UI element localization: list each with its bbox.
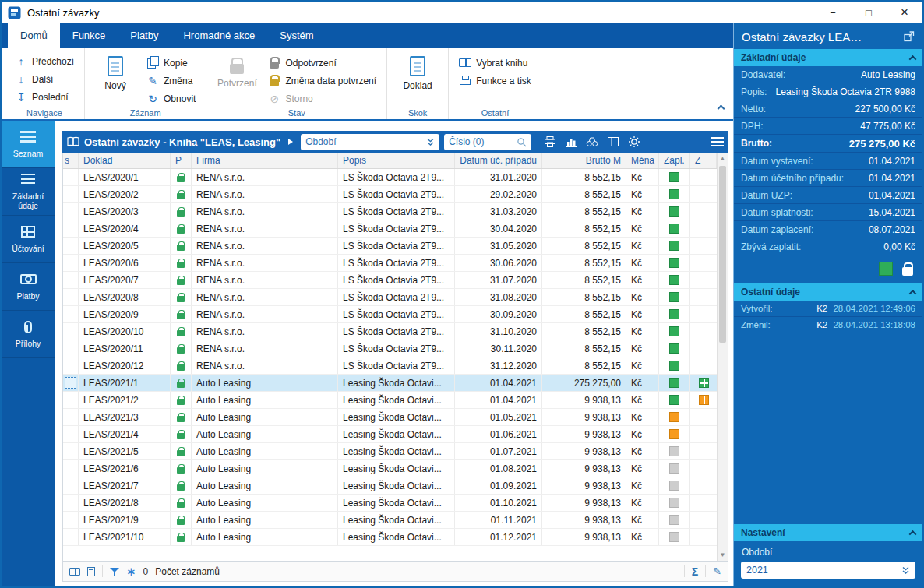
row-selector-cell[interactable] <box>63 495 79 511</box>
column-header[interactable]: Doklad <box>79 153 171 168</box>
scroll-up-arrow[interactable]: ▲ <box>718 153 728 164</box>
table-row[interactable]: LEAS/2021/4 Auto Leasing Leasing Škoda O… <box>63 426 717 443</box>
unconfirm-button[interactable]: Odpotvrzení <box>266 55 379 70</box>
period-filter-combo[interactable]: Období <box>301 134 439 150</box>
table-row[interactable]: LEAS/2021/1 Auto Leasing Leasing Škoda O… <box>63 375 717 392</box>
sum-icon[interactable]: Σ <box>692 565 698 578</box>
binoculars-icon[interactable] <box>586 136 598 148</box>
table-row[interactable]: LEAS/2021/5 Auto Leasing Leasing Škoda O… <box>63 443 717 460</box>
row-selector-cell[interactable] <box>63 357 79 374</box>
scrollbar-thumb[interactable] <box>719 166 726 343</box>
change-confirm-date-button[interactable]: Změna data potvrzení <box>266 73 379 88</box>
table-row[interactable]: LEAS/2020/11 RENA s.r.o. LS Škoda Octavi… <box>63 340 717 357</box>
view-book-icon[interactable] <box>69 568 80 576</box>
sidebar-item[interactable]: Seznam <box>2 121 55 168</box>
row-selector-cell[interactable] <box>63 529 79 545</box>
minimize-button[interactable]: − <box>815 2 851 23</box>
refresh-button[interactable]: ↻Obnovit <box>144 91 198 106</box>
column-header[interactable]: Popis <box>338 153 455 168</box>
ribbon-tab[interactable]: Systém <box>267 23 326 48</box>
column-header[interactable]: Datum úč. případu <box>455 153 542 168</box>
table-row[interactable]: LEAS/2020/3 RENA s.r.o. LS Škoda Octavia… <box>63 203 717 220</box>
sidebar-item[interactable]: Základní údaje <box>2 168 55 216</box>
row-selector-cell[interactable] <box>63 340 79 357</box>
open-in-window-icon[interactable] <box>903 30 915 42</box>
columns-icon[interactable] <box>607 136 619 148</box>
column-header[interactable]: Zapl. <box>659 153 690 168</box>
table-row[interactable]: LEAS/2021/10 Auto Leasing Leasing Škoda … <box>63 529 717 546</box>
table-row[interactable]: LEAS/2021/2 Auto Leasing Leasing Škoda O… <box>63 392 717 409</box>
row-selector-cell[interactable] <box>63 477 79 494</box>
sidebar-item[interactable]: Platby <box>2 263 55 311</box>
freeze-icon[interactable]: ∗ <box>126 567 136 576</box>
table-row[interactable]: LEAS/2020/2 RENA s.r.o. LS Škoda Octavia… <box>63 186 717 203</box>
table-row[interactable]: LEAS/2021/3 Auto Leasing Leasing Škoda O… <box>63 409 717 426</box>
table-row[interactable]: LEAS/2020/10 RENA s.r.o. LS Škoda Octavi… <box>63 323 717 340</box>
row-selector-cell[interactable] <box>63 272 79 288</box>
copy-button[interactable]: Kopie <box>144 55 198 70</box>
print-icon[interactable] <box>544 136 556 148</box>
section-header-zakladni-udaje[interactable]: Základní údaje <box>734 49 922 66</box>
row-selector-cell[interactable] <box>63 289 79 305</box>
row-selector-cell[interactable] <box>63 255 79 271</box>
menu-icon[interactable] <box>711 137 724 146</box>
sidebar-item[interactable]: Účtování <box>2 216 55 263</box>
ribbon-tab[interactable]: Funkce <box>60 23 118 48</box>
functions-print-button[interactable]: Funkce a tisk <box>457 73 534 88</box>
new-button[interactable]: Nový <box>93 54 138 91</box>
row-selector-cell[interactable] <box>63 460 79 477</box>
table-row[interactable]: LEAS/2020/4 RENA s.r.o. LS Škoda Octavia… <box>63 220 717 238</box>
table-row[interactable]: LEAS/2020/7 RENA s.r.o. LS Škoda Octavia… <box>63 272 717 289</box>
ribbon-collapse-button[interactable] <box>718 106 725 113</box>
book-menu-arrow[interactable] <box>288 139 293 145</box>
filter-clear-icon[interactable] <box>110 567 119 576</box>
section-header-nastaveni[interactable]: Nastavení <box>734 524 922 541</box>
row-selector-cell[interactable] <box>63 306 79 322</box>
ribbon-tab[interactable]: Domů <box>8 23 60 48</box>
vertical-scrollbar[interactable]: ▲ ▼ <box>717 153 728 561</box>
maximize-button[interactable]: □ <box>851 2 887 23</box>
column-header[interactable]: Firma <box>192 153 338 168</box>
number-search-input[interactable]: Číslo (0) <box>444 134 531 150</box>
column-header[interactable]: Brutto M <box>542 153 626 168</box>
last-button[interactable]: ↧Poslední <box>12 90 76 104</box>
row-selector-cell[interactable] <box>63 443 79 459</box>
table-row[interactable]: LEAS/2020/8 RENA s.r.o. LS Škoda Octavia… <box>63 289 717 306</box>
table-row[interactable]: LEAS/2021/8 Auto Leasing Leasing Škoda O… <box>63 495 717 512</box>
record-count-label[interactable]: Počet záznamů <box>155 566 220 577</box>
close-button[interactable]: × <box>887 2 922 23</box>
storno-button[interactable]: ⊘Storno <box>266 91 379 106</box>
chart-icon[interactable] <box>565 136 577 148</box>
column-header[interactable]: Měna <box>626 153 659 168</box>
row-selector-cell[interactable] <box>63 323 79 340</box>
gear-icon[interactable] <box>628 136 640 148</box>
row-selector-cell[interactable] <box>63 186 79 202</box>
table-row[interactable]: LEAS/2020/9 RENA s.r.o. LS Škoda Octavia… <box>63 306 717 323</box>
sidebar-item[interactable]: Přílohy <box>2 311 55 358</box>
column-header[interactable]: P <box>171 153 192 168</box>
section-header-ostatni-udaje[interactable]: Ostatní údaje <box>734 283 922 301</box>
row-selector-cell[interactable] <box>63 392 79 408</box>
document-jump-button[interactable]: Doklad <box>395 54 440 91</box>
table-row[interactable]: LEAS/2020/6 RENA s.r.o. LS Škoda Octavia… <box>63 255 717 272</box>
table-row[interactable]: LEAS/2021/7 Auto Leasing Leasing Škoda O… <box>63 477 717 495</box>
row-selector-cell[interactable] <box>63 203 79 220</box>
ribbon-tab[interactable]: Platby <box>118 23 171 48</box>
table-row[interactable]: LEAS/2021/6 Auto Leasing Leasing Škoda O… <box>63 460 717 477</box>
row-selector-cell[interactable] <box>63 409 79 425</box>
previous-button[interactable]: ↑Předchozí <box>12 54 76 69</box>
row-selector-cell[interactable] <box>63 238 79 254</box>
column-header[interactable]: s <box>63 153 79 168</box>
edit-icon[interactable]: ✎ <box>713 565 721 577</box>
confirm-button[interactable]: Potvrzení <box>214 54 259 89</box>
row-selector-cell[interactable] <box>63 426 79 442</box>
table-row[interactable]: LEAS/2020/5 RENA s.r.o. LS Škoda Octavia… <box>63 238 717 255</box>
column-header[interactable]: Z <box>690 153 717 168</box>
row-selector-cell[interactable] <box>63 512 79 528</box>
scroll-down-arrow[interactable]: ▼ <box>718 549 728 561</box>
table-row[interactable]: LEAS/2020/12 RENA s.r.o. LS Škoda Octavi… <box>63 357 717 375</box>
row-selector-cell[interactable] <box>63 169 79 185</box>
table-row[interactable]: LEAS/2021/9 Auto Leasing Leasing Škoda O… <box>63 512 717 529</box>
edit-button[interactable]: ✎Změna <box>144 73 198 88</box>
row-selector-cell[interactable] <box>63 220 79 237</box>
